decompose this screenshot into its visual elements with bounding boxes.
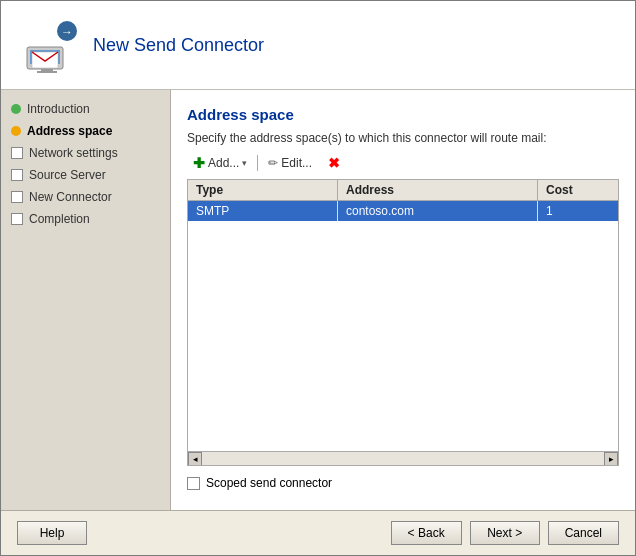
scroll-left-arrow[interactable]: ◂ [188,452,202,466]
sidebar-item-address-space[interactable]: Address space [1,120,170,142]
footer-right: < Back Next > Cancel [391,521,619,545]
row-cost: 1 [538,201,618,221]
dialog-footer: Help < Back Next > Cancel [1,510,635,555]
address-space-indicator [11,126,21,136]
cancel-button[interactable]: Cancel [548,521,619,545]
sidebar-label-source-server: Source Server [29,168,106,182]
col-type: Type [188,180,338,200]
header-icon: → [21,17,77,73]
sidebar-label-completion: Completion [29,212,90,226]
address-space-table: Type Address Cost SMTP contoso.com 1 ◂ ▸ [187,179,619,466]
sidebar-item-introduction[interactable]: Introduction [1,98,170,120]
sidebar: Introduction Address space Network setti… [1,90,171,510]
main-content: Address space Specify the address space(… [171,90,635,510]
scroll-track[interactable] [202,452,604,465]
sidebar-item-network-settings[interactable]: Network settings [1,142,170,164]
sidebar-item-completion[interactable]: Completion [1,208,170,230]
sidebar-label-introduction: Introduction [27,102,90,116]
col-address: Address [338,180,538,200]
sidebar-label-new-connector: New Connector [29,190,112,204]
row-address: contoso.com [338,201,538,221]
add-icon: ✚ [193,155,205,171]
table-header: Type Address Cost [188,180,618,201]
dialog-header: → New Send Connector [1,1,635,90]
toolbar-divider [257,155,258,171]
footer-left: Help [17,521,87,545]
source-server-indicator [11,169,23,181]
table-body: SMTP contoso.com 1 [188,201,618,451]
scoped-row: Scoped send connector [187,466,619,494]
horizontal-scrollbar[interactable]: ◂ ▸ [188,451,618,465]
table-row[interactable]: SMTP contoso.com 1 [188,201,618,221]
toolbar: ✚ Add... ▾ ✏ Edit... ✖ [187,153,619,173]
introduction-indicator [11,104,21,114]
sidebar-label-network-settings: Network settings [29,146,118,160]
next-button[interactable]: Next > [470,521,540,545]
sidebar-item-new-connector[interactable]: New Connector [1,186,170,208]
section-title: Address space [187,106,619,123]
sidebar-label-address-space: Address space [27,124,112,138]
scoped-label: Scoped send connector [206,476,332,490]
delete-icon: ✖ [328,155,340,171]
new-connector-indicator [11,191,23,203]
delete-button[interactable]: ✖ [322,153,346,173]
edit-icon: ✏ [268,156,278,170]
section-desc: Specify the address space(s) to which th… [187,131,619,145]
sidebar-item-source-server[interactable]: Source Server [1,164,170,186]
network-settings-indicator [11,147,23,159]
back-button[interactable]: < Back [391,521,462,545]
col-cost: Cost [538,180,618,200]
dialog-title: New Send Connector [93,35,264,56]
add-label: Add... [208,156,239,170]
scoped-checkbox[interactable] [187,477,200,490]
dialog-body: Introduction Address space Network setti… [1,90,635,510]
edit-label: Edit... [281,156,312,170]
edit-button[interactable]: ✏ Edit... [262,154,318,172]
help-button[interactable]: Help [17,521,87,545]
dialog: → New Send Connector Introduction Addres… [0,0,636,556]
svg-text:→: → [61,25,73,39]
add-dropdown-arrow: ▾ [242,158,247,168]
scroll-right-arrow[interactable]: ▸ [604,452,618,466]
row-type: SMTP [188,201,338,221]
completion-indicator [11,213,23,225]
svg-rect-3 [37,71,57,73]
add-button[interactable]: ✚ Add... ▾ [187,153,253,173]
